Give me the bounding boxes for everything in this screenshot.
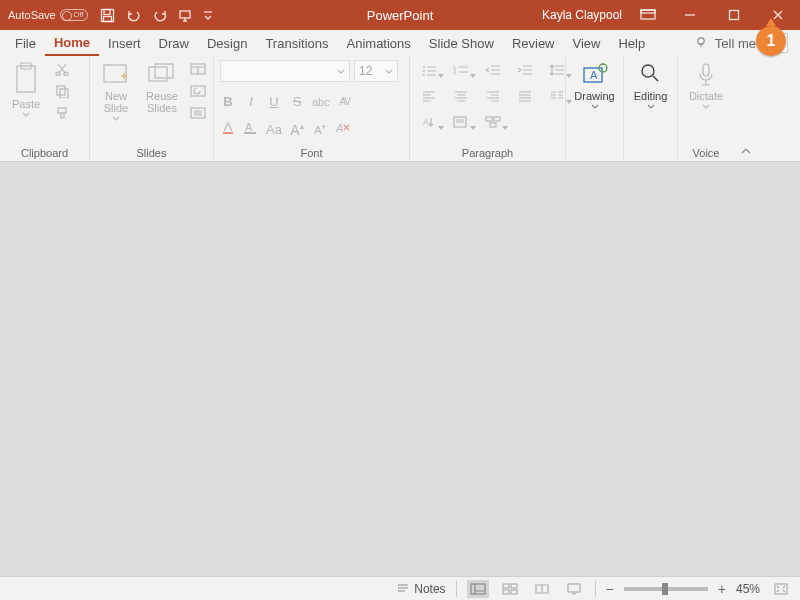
tab-transitions[interactable]: Transitions (256, 30, 337, 56)
fit-icon (774, 583, 788, 595)
undo-icon[interactable] (125, 8, 143, 23)
autosave-toggle[interactable]: AutoSave Off (8, 9, 88, 21)
redo-icon[interactable] (153, 8, 168, 23)
svg-point-38 (642, 65, 654, 77)
tab-view[interactable]: View (564, 30, 610, 56)
bold-button[interactable]: B (220, 94, 236, 109)
zoom-slider[interactable] (624, 587, 708, 591)
paste-button[interactable]: Paste (6, 60, 46, 119)
svg-rect-4 (641, 10, 655, 19)
italic-button[interactable]: I (243, 94, 259, 109)
highlight-button[interactable]: A (243, 121, 259, 138)
svg-rect-21 (223, 132, 233, 134)
ribbon-display-options-icon[interactable] (640, 8, 656, 22)
svg-rect-43 (503, 590, 509, 594)
tab-slide-show[interactable]: Slide Show (420, 30, 503, 56)
slideshow-icon (566, 583, 582, 595)
normal-view-button[interactable] (467, 580, 489, 598)
line-spacing-button[interactable] (544, 60, 570, 80)
grow-font-button[interactable]: A▴ (289, 122, 305, 138)
shapes-icon: A (581, 62, 609, 88)
chevron-down-icon (112, 116, 120, 121)
title-bar-left: AutoSave Off (0, 8, 213, 23)
text-direction-button[interactable]: A (416, 112, 442, 132)
editing-button[interactable]: Editing (630, 60, 671, 111)
format-painter-button[interactable] (52, 104, 72, 122)
numbering-button[interactable]: 12 (448, 60, 474, 80)
svg-point-26 (423, 70, 425, 72)
notes-label: Notes (414, 582, 445, 596)
tab-design[interactable]: Design (198, 30, 256, 56)
tab-home[interactable]: Home (45, 30, 99, 56)
close-button[interactable] (756, 0, 800, 30)
new-slide-button[interactable]: New Slide (96, 60, 136, 123)
tab-review[interactable]: Review (503, 30, 564, 56)
layout-button[interactable] (188, 60, 208, 78)
zoom-out-button[interactable]: − (606, 581, 614, 597)
slide-canvas[interactable] (0, 162, 800, 576)
group-paragraph: 12 A Paragraph (410, 56, 566, 161)
tab-file[interactable]: File (6, 30, 45, 56)
shadow-button[interactable]: abc (312, 96, 330, 108)
justify-button[interactable] (512, 86, 538, 106)
increase-indent-button[interactable] (512, 60, 538, 80)
align-left-button[interactable] (416, 86, 442, 106)
tab-draw[interactable]: Draw (150, 30, 198, 56)
tab-animations[interactable]: Animations (338, 30, 420, 56)
align-right-button[interactable] (480, 86, 506, 106)
align-text-button[interactable] (448, 112, 474, 132)
zoom-level[interactable]: 45% (736, 582, 760, 596)
chevron-down-icon (591, 104, 599, 109)
clear-formatting-button[interactable]: A (335, 121, 351, 138)
dictate-button[interactable]: Dictate (685, 60, 727, 111)
group-editing: Editing Editing (624, 56, 678, 161)
bullets-button[interactable] (416, 60, 442, 80)
tab-insert[interactable]: Insert (99, 30, 150, 56)
character-spacing-button[interactable]: AV (337, 96, 353, 107)
minimize-button[interactable] (668, 0, 712, 30)
smartart-button[interactable] (480, 112, 506, 132)
align-center-button[interactable] (448, 86, 474, 106)
drawing-button[interactable]: A Drawing (572, 60, 617, 111)
reset-button[interactable] (188, 82, 208, 100)
change-case-button[interactable]: Aa (266, 122, 282, 137)
strikethrough-button[interactable]: S (289, 94, 305, 109)
decrease-indent-button[interactable] (480, 60, 506, 80)
columns-button[interactable] (544, 86, 570, 106)
font-size-combo[interactable]: 12 (354, 60, 398, 82)
slide-sorter-view-button[interactable] (499, 580, 521, 598)
cut-button[interactable] (52, 60, 72, 78)
qat-customize-icon[interactable] (203, 8, 213, 22)
shrink-font-button[interactable]: A▾ (312, 123, 328, 136)
start-from-beginning-icon[interactable] (178, 8, 193, 23)
ribbon: Paste Clipboard New Slide Reuse Slides (0, 56, 800, 162)
notes-button[interactable]: Notes (396, 582, 445, 596)
section-button[interactable] (188, 104, 208, 122)
reading-view-button[interactable] (531, 580, 553, 598)
fit-to-window-button[interactable] (770, 580, 792, 598)
quick-access-toolbar (100, 8, 213, 23)
copy-button[interactable] (52, 82, 72, 100)
tell-me-search[interactable]: Tell me (695, 36, 756, 51)
svg-rect-14 (58, 108, 66, 113)
callout-marker-1: 1 (756, 26, 786, 56)
user-name[interactable]: Kayla Claypool (542, 8, 622, 22)
svg-point-7 (698, 38, 704, 44)
font-color-button[interactable] (220, 121, 236, 138)
title-bar: AutoSave Off PowerPoint Kayla Claypool (0, 0, 800, 30)
maximize-button[interactable] (712, 0, 756, 30)
save-icon[interactable] (100, 8, 115, 23)
divider (456, 581, 457, 597)
window-controls (668, 0, 800, 30)
underline-button[interactable]: U (266, 94, 282, 109)
toggle-off-icon: Off (60, 9, 88, 21)
chevron-down-icon (385, 69, 393, 74)
align-left-icon (422, 90, 436, 102)
zoom-in-button[interactable]: + (718, 581, 726, 597)
collapse-ribbon-button[interactable] (734, 56, 758, 161)
slideshow-view-button[interactable] (563, 580, 585, 598)
font-color-icon (220, 121, 236, 135)
reuse-slides-button[interactable]: Reuse Slides (142, 60, 182, 116)
tab-help[interactable]: Help (609, 30, 654, 56)
font-name-combo[interactable] (220, 60, 350, 82)
